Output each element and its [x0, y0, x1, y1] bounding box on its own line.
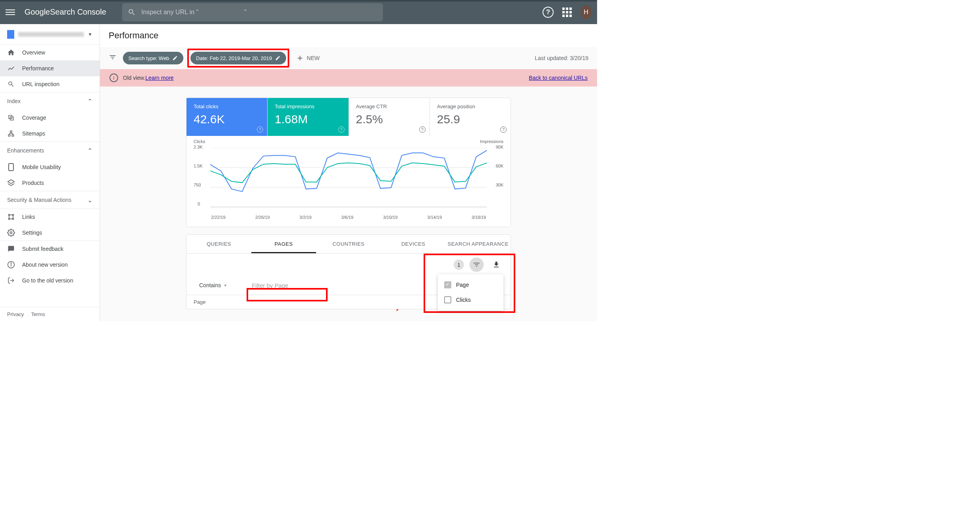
help-icon[interactable]: ?	[500, 126, 507, 133]
chevron-down-icon: ▼	[88, 32, 92, 37]
tab-search-appearance[interactable]: SEARCH APPEARANCE	[446, 235, 511, 253]
nav-section-security[interactable]: Security & Manual Actions⌄	[0, 191, 100, 209]
svg-point-22	[11, 263, 11, 264]
nav-go-old[interactable]: Go to the old version	[0, 273, 100, 288]
svg-point-14	[12, 218, 13, 219]
property-name-redacted	[18, 32, 84, 37]
nav-label: Go to the old version	[22, 277, 73, 284]
filter-icon[interactable]	[109, 53, 117, 63]
svg-rect-9	[9, 164, 13, 171]
page-title: Performance	[100, 24, 597, 47]
nav-products[interactable]: Products	[0, 175, 100, 191]
nav-label: Sitemaps	[22, 130, 45, 137]
filter-mode-select[interactable]: Contains ▼	[199, 282, 227, 288]
main: Performance Search type: Web Date: Feb 2…	[100, 24, 597, 321]
chevron-down-icon: ▼	[223, 283, 227, 288]
tab-devices[interactable]: DEVICES	[381, 235, 446, 253]
chart-icon	[7, 64, 15, 72]
gear-icon	[7, 229, 15, 237]
svg-point-13	[8, 218, 9, 219]
nav-overview[interactable]: Overview	[0, 45, 100, 60]
nav-url-inspection[interactable]: URL inspection	[0, 76, 100, 92]
nav-coverage[interactable]: Coverage	[0, 110, 100, 126]
layers-icon	[7, 179, 15, 187]
chevron-up-icon: ⌃	[87, 147, 92, 154]
nav-label: Submit feedback	[22, 246, 63, 252]
last-updated: Last updated: 3/20/19	[535, 55, 588, 61]
nav-performance[interactable]: Performance	[0, 60, 100, 76]
nav-mobile-usability[interactable]: Mobile Usability	[0, 159, 100, 175]
metric-ctr[interactable]: Average CTR 2.5% ?	[349, 98, 430, 136]
add-filter-button[interactable]: + NEW	[297, 53, 320, 64]
back-canonical-link[interactable]: Back to canonical URLs	[529, 75, 588, 81]
checkbox-icon	[444, 296, 451, 303]
plus-icon: +	[297, 53, 303, 64]
popover-option-clicks[interactable]: Clicks	[438, 292, 503, 307]
help-icon[interactable]: ?	[338, 126, 345, 133]
search-icon	[7, 80, 15, 88]
links-icon	[7, 213, 15, 221]
nav-settings[interactable]: Settings	[0, 225, 100, 241]
search-icon	[128, 8, 136, 17]
url-inspect-search[interactable]	[122, 3, 383, 21]
dimension-tabs: QUERIES PAGES COUNTRIES DEVICES SEARCH A…	[187, 235, 511, 254]
url-inspect-input[interactable]	[141, 9, 377, 16]
sidebar: ▼ Overview Performance URL inspection In…	[0, 24, 100, 321]
metric-position[interactable]: Average position 25.9 ?	[430, 98, 511, 136]
nav-submit-feedback[interactable]: Submit feedback	[0, 241, 100, 257]
chip-search-type[interactable]: Search type: Web	[123, 52, 183, 64]
svg-rect-4	[12, 135, 14, 136]
nav-label: Settings	[22, 230, 42, 236]
apps-icon[interactable]	[562, 7, 573, 18]
sitemap-icon	[7, 130, 15, 137]
tab-countries[interactable]: COUNTRIES	[316, 235, 381, 253]
help-icon[interactable]: ?	[257, 126, 263, 133]
feedback-icon	[7, 245, 15, 253]
svg-point-19	[10, 232, 12, 234]
dimension-panel: QUERIES PAGES COUNTRIES DEVICES SEARCH A…	[186, 234, 511, 309]
svg-rect-2	[10, 131, 12, 132]
info-icon	[7, 261, 15, 269]
checkbox-icon	[444, 281, 451, 288]
metric-impressions[interactable]: Total impressions 1.68M ?	[268, 98, 349, 136]
terms-link[interactable]: Terms	[31, 311, 45, 317]
help-icon[interactable]: ?	[543, 7, 554, 18]
nav-label: Products	[22, 180, 44, 186]
phone-icon	[7, 163, 15, 171]
help-icon[interactable]: ?	[419, 126, 426, 133]
nav-sitemaps[interactable]: Sitemaps	[0, 126, 100, 141]
logo-rest: Search Console	[50, 8, 106, 17]
nav-label: Coverage	[22, 115, 46, 121]
annotation-box-filter-input	[247, 288, 328, 301]
exit-icon	[7, 277, 15, 284]
logo-bold: Google	[24, 8, 50, 17]
popover-option-page[interactable]: Page	[438, 277, 503, 292]
sidebar-footer: Privacy Terms	[0, 307, 100, 321]
nav-links[interactable]: Links	[0, 209, 100, 225]
nav-label: URL inspection	[22, 81, 59, 87]
nav-about-new[interactable]: About new version	[0, 257, 100, 273]
nav-label: Links	[22, 214, 35, 220]
info-icon: i	[109, 73, 118, 82]
tab-pages[interactable]: PAGES	[251, 235, 316, 253]
tab-queries[interactable]: QUERIES	[187, 235, 251, 253]
home-icon	[7, 49, 15, 56]
nav-label: About new version	[22, 262, 68, 268]
privacy-link[interactable]: Privacy	[7, 311, 24, 317]
menu-icon[interactable]	[6, 8, 15, 17]
chip-date[interactable]: Date: Feb 22, 2019-Mar 20, 2019	[190, 52, 286, 64]
logo[interactable]: Google Search Console	[24, 8, 106, 17]
metric-clicks[interactable]: Total clicks 42.6K ?	[187, 98, 268, 136]
chart: Clicks 2.3K Impressions 90K 1.5K 60K 750…	[187, 136, 511, 227]
nav-section-enhancements[interactable]: Enhancements⌃	[0, 142, 100, 159]
chevron-up-icon: ⌃	[87, 98, 92, 105]
nav-section-index[interactable]: Index⌃	[0, 92, 100, 110]
account-avatar[interactable]: H	[580, 7, 592, 18]
copy-icon	[7, 114, 15, 122]
learn-more-link[interactable]: Learn more	[145, 75, 174, 81]
info-banner: i Old view. Learn more Back to canonical…	[100, 69, 597, 87]
nav-label: Mobile Usability	[22, 164, 61, 170]
property-selector[interactable]: ▼	[0, 24, 100, 45]
nav-label: Performance	[22, 65, 54, 72]
metrics-panel: Total clicks 42.6K ? Total impressions 1…	[186, 98, 511, 227]
